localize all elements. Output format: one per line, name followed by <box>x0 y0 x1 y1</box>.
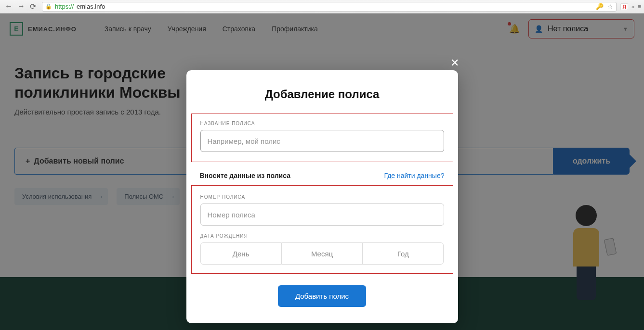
submit-button[interactable]: Добавить полис <box>278 285 366 307</box>
dob-day-select[interactable]: День <box>200 242 282 265</box>
address-bar[interactable]: 🔒 https://emias.info 🔑 ☆ <box>42 2 617 12</box>
policy-name-input[interactable] <box>200 130 444 152</box>
url-scheme: https:// <box>55 3 74 10</box>
lock-icon: 🔒 <box>45 3 52 10</box>
dob-row: День Месяц Год <box>200 242 444 265</box>
back-icon[interactable]: ← <box>5 2 13 11</box>
browser-toolbar: ← → ⟳ 🔒 https://emias.info 🔑 ☆ Я » ≡ <box>0 0 644 13</box>
helper-link[interactable]: Где найти данные? <box>384 172 444 179</box>
forward-icon[interactable]: → <box>17 2 25 11</box>
reload-icon[interactable]: ⟳ <box>30 2 36 11</box>
policy-details-section: НОМЕР ПОЛИСА ДАТА РОЖДЕНИЯ День Месяц Го… <box>191 185 453 274</box>
overflow-icon[interactable]: » <box>631 3 634 10</box>
star-icon[interactable]: ☆ <box>607 3 613 10</box>
dob-label: ДАТА РОЖДЕНИЯ <box>200 233 444 239</box>
policy-name-section: НАЗВАНИЕ ПОЛИСА <box>191 114 453 162</box>
policy-number-input[interactable] <box>200 203 444 226</box>
dob-month-select[interactable]: Месяц <box>282 242 363 265</box>
yandex-icon[interactable]: Я <box>620 3 628 10</box>
close-icon[interactable]: ✕ <box>450 57 459 69</box>
helper-row: Вносите данные из полиса Где найти данны… <box>186 172 458 185</box>
menu-icon[interactable]: ≡ <box>637 3 641 10</box>
key-icon[interactable]: 🔑 <box>596 3 604 10</box>
helper-instruction: Вносите данные из полиса <box>200 172 290 179</box>
nav-arrows: ← → ⟳ <box>3 2 38 11</box>
page: Е ЕМИАС.ИНФО Запись к врачу Учреждения С… <box>0 13 644 330</box>
dob-year-select[interactable]: Год <box>363 242 444 265</box>
url-actions: 🔑 ☆ <box>596 3 613 10</box>
url-host: emias.info <box>77 3 105 10</box>
add-policy-modal: ✕ Добавление полиса НАЗВАНИЕ ПОЛИСА Внос… <box>186 70 458 323</box>
extension-icons: Я » ≡ <box>620 3 641 10</box>
modal-title: Добавление полиса <box>186 88 458 101</box>
policy-number-label: НОМЕР ПОЛИСА <box>200 194 444 200</box>
policy-name-label: НАЗВАНИЕ ПОЛИСА <box>200 121 444 126</box>
